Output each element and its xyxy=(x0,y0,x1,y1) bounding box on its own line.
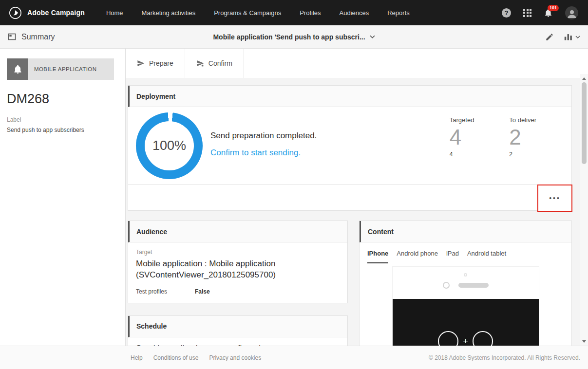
app-switcher-button[interactable] xyxy=(523,9,531,17)
audience-body: Target Mobile application : Mobile appli… xyxy=(128,242,347,303)
object-name: DM268 xyxy=(7,92,118,107)
edit-pencil-button[interactable] xyxy=(545,33,554,41)
deployment-body: 100% Send preparation completed. Confirm… xyxy=(128,107,571,184)
deployment-status: Send preparation completed. Confirm to s… xyxy=(210,112,317,179)
tab-prepare[interactable]: Prepare xyxy=(126,49,185,78)
mobile-app-bell-icon xyxy=(7,58,28,80)
top-navigation: Adobe Campaign Home Marketing activities… xyxy=(0,0,588,25)
vertical-scrollbar[interactable] xyxy=(580,74,588,346)
content-title: Content xyxy=(368,228,394,236)
scrollbar-thumb[interactable] xyxy=(582,82,587,164)
workflow-tabbar: Prepare Confirm xyxy=(126,49,588,78)
test-profiles-value: False xyxy=(195,288,210,295)
tab-confirm-label: Confirm xyxy=(209,59,232,67)
content-panel-header: Content xyxy=(360,221,571,242)
schedule-title: Schedule xyxy=(136,322,167,330)
phone-screen: + xyxy=(393,299,539,346)
device-tabs: iPhone Android phone iPad Android tablet xyxy=(360,242,571,263)
nav-item-marketing-activities[interactable]: Marketing activities xyxy=(142,9,196,17)
brand-name: Adobe Campaign xyxy=(27,9,85,17)
reports-chart-button[interactable] xyxy=(564,33,580,41)
tab-iphone[interactable]: iPhone xyxy=(367,242,388,263)
right-column: Content iPhone Android phone iPad Androi… xyxy=(359,221,572,346)
help-button[interactable]: ? xyxy=(502,8,511,18)
stat-targeted-subvalue: 4 xyxy=(450,151,474,158)
red-annotation-box: ••• xyxy=(537,184,572,212)
stat-to-deliver-label: To deliver xyxy=(509,116,536,124)
stat-to-deliver-value: 2 xyxy=(509,126,536,149)
confirm-sending-link[interactable]: Confirm to start sending. xyxy=(210,148,317,158)
grid-icon xyxy=(523,9,531,17)
nav-item-audiences[interactable]: Audiences xyxy=(340,9,369,17)
nav-item-profiles[interactable]: Profiles xyxy=(300,9,321,17)
footer-link-privacy[interactable]: Privacy and cookies xyxy=(209,354,261,361)
tab-android-tablet[interactable]: Android tablet xyxy=(467,242,506,263)
nav-item-home[interactable]: Home xyxy=(106,9,123,17)
nav-item-programs-campaigns[interactable]: Programs & Campaigns xyxy=(214,9,281,17)
copyright-text: © 2018 Adobe Systems Incorporated. All R… xyxy=(429,354,580,361)
test-profiles-row: Test profiles False xyxy=(136,288,340,295)
progress-donut-chart: 100% xyxy=(136,112,203,179)
nav-item-reports[interactable]: Reports xyxy=(387,9,410,17)
schedule-text: Send immediately once confirmed xyxy=(128,337,347,346)
send-icon xyxy=(137,59,145,67)
audience-panel-header: Audience xyxy=(128,221,347,242)
deployment-panel-footer: ••• xyxy=(128,184,571,210)
context-selector[interactable]: Mobile application 'Send push to app sub… xyxy=(213,33,375,41)
sub-header: Summary Mobile application 'Send push to… xyxy=(0,25,588,49)
chevron-down-icon xyxy=(370,35,375,38)
tab-prepare-label: Prepare xyxy=(149,59,173,67)
stat-targeted-label: Targeted xyxy=(450,116,474,124)
chevron-down-icon xyxy=(575,36,580,38)
more-actions-button[interactable]: ••• xyxy=(538,185,571,211)
tab-confirm[interactable]: Confirm xyxy=(185,49,244,78)
phone-mockup: + xyxy=(392,266,539,346)
notification-badge: 101 xyxy=(548,5,559,11)
phone-speaker-icon xyxy=(458,283,489,288)
summary-sidebar: MOBILE APPLICATION DM268 Label Send push… xyxy=(0,49,126,346)
label-value: Send push to app subscribers xyxy=(7,127,118,133)
section-heading: Summary xyxy=(0,32,55,41)
deployment-stats: Targeted 4 4 To deliver 2 2 xyxy=(450,112,564,179)
deployment-panel: Deployment 100% Send preparation complet… xyxy=(128,85,572,211)
adobe-campaign-logo-icon xyxy=(9,6,22,19)
summary-columns: Audience Target Mobile application : Mob… xyxy=(128,221,572,346)
target-value: Mobile application : Mobile application … xyxy=(136,258,340,281)
help-icon: ? xyxy=(502,8,511,18)
primary-nav: Home Marketing activities Programs & Cam… xyxy=(106,9,410,17)
notifications-button[interactable]: 101 xyxy=(544,8,553,18)
footer-link-conditions[interactable]: Conditions of use xyxy=(153,354,199,361)
test-profiles-caption: Test profiles xyxy=(136,288,195,295)
left-column: Audience Target Mobile application : Mob… xyxy=(128,221,348,346)
object-type-label: MOBILE APPLICATION xyxy=(28,66,96,72)
topnav-actions: ? 101 xyxy=(502,6,588,19)
push-preview-graphic: + xyxy=(393,331,539,346)
progress-percentage: 100% xyxy=(136,112,203,179)
brand[interactable]: Adobe Campaign xyxy=(0,6,94,19)
scroll-up-arrow[interactable] xyxy=(580,75,588,82)
circle-icon xyxy=(438,331,458,346)
scroll-down-arrow[interactable] xyxy=(580,338,588,345)
footer-link-help[interactable]: Help xyxy=(131,354,143,361)
main-content: Deployment 100% Send preparation complet… xyxy=(126,78,580,346)
status-message: Send preparation completed. xyxy=(210,131,317,141)
target-caption: Target xyxy=(136,249,340,256)
phone-sensor-row xyxy=(393,282,539,289)
object-type-banner: MOBILE APPLICATION xyxy=(7,58,114,80)
adobe-campaign-app: Adobe Campaign Home Marketing activities… xyxy=(0,0,588,369)
stat-to-deliver: To deliver 2 2 xyxy=(509,116,536,179)
tab-android-phone[interactable]: Android phone xyxy=(397,242,438,263)
phone-camera-dot-icon xyxy=(464,273,467,277)
summary-icon xyxy=(7,32,17,41)
plus-icon: + xyxy=(463,336,468,346)
user-avatar[interactable] xyxy=(565,6,578,19)
stat-to-deliver-subvalue: 2 xyxy=(509,151,536,158)
schedule-panel-header: Schedule xyxy=(128,316,347,337)
stat-targeted: Targeted 4 4 xyxy=(450,116,474,179)
label-caption: Label xyxy=(7,116,118,123)
page-footer: Help Conditions of use Privacy and cooki… xyxy=(0,346,588,369)
phone-camera-icon xyxy=(443,282,450,289)
tab-ipad[interactable]: iPad xyxy=(446,242,459,263)
schedule-panel: Schedule Send immediately once confirmed xyxy=(128,315,348,346)
device-preview: + xyxy=(364,266,567,346)
